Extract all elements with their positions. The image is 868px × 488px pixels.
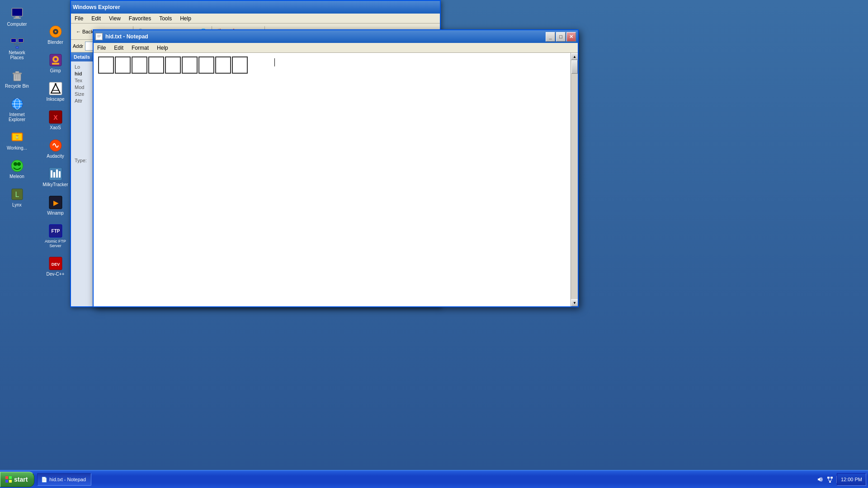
notepad-menu-help[interactable]: Help — [155, 44, 170, 52]
address-label: Addr — [73, 43, 83, 49]
desktop-icons-left: Computer NetworkPlaces — [0, 0, 34, 213]
icon-meleon[interactable]: Meleon — [1, 157, 33, 181]
tofu-char-5 — [165, 56, 181, 74]
svg-text:L: L — [15, 191, 19, 198]
close-button[interactable]: ✕ — [566, 32, 576, 42]
icon-xaos[interactable]: X XaoS — [40, 108, 71, 132]
icon-working[interactable]: ⏳ Working... — [1, 128, 33, 152]
icon-winamp[interactable]: ▶ Winamp — [40, 193, 71, 217]
tofu-char-1 — [98, 56, 114, 74]
svg-rect-14 — [13, 73, 22, 74]
icon-milkytracker[interactable]: MilkyTracker — [40, 165, 71, 189]
notepad-text-overlay — [98, 56, 248, 74]
icon-computer[interactable]: Computer — [1, 5, 33, 28]
tofu-char-3 — [132, 56, 147, 74]
notepad-titlebar-title: hid.txt - Notepad — [95, 33, 148, 40]
notepad-menu-edit[interactable]: Edit — [112, 44, 125, 52]
icon-atomic-ftp-label: Atomic FTPServer — [45, 239, 66, 248]
svg-text:⏳: ⏳ — [15, 135, 19, 139]
explorer-menu-tools[interactable]: Tools — [157, 15, 174, 22]
maximize-button[interactable]: □ — [556, 32, 566, 42]
location-label: Lo — [75, 64, 93, 70]
svg-text:▶: ▶ — [53, 199, 58, 206]
svg-rect-15 — [15, 71, 19, 73]
svg-rect-65 — [830, 477, 833, 479]
notepad-content: ▲ ▼ — [94, 53, 578, 306]
windows-logo-icon — [5, 476, 12, 483]
icon-atomic-ftp[interactable]: FTP Atomic FTPServer — [40, 222, 71, 250]
svg-rect-46 — [53, 172, 55, 178]
svg-rect-64 — [827, 477, 830, 479]
desktop-icons-col2: Blender Gimp Ink — [38, 0, 72, 282]
icon-gimp[interactable]: Gimp — [40, 51, 71, 75]
tofu-char-7 — [198, 56, 214, 74]
notepad-menu-file[interactable]: File — [95, 44, 108, 52]
notepad-scrollbar-vertical[interactable]: ▲ ▼ — [571, 53, 578, 306]
svg-point-29 — [17, 162, 21, 166]
scrollbar-up-arrow[interactable]: ▲ — [571, 53, 578, 60]
icon-audacity[interactable]: Audacity — [40, 136, 71, 160]
notepad-menu: File Edit Format Help — [94, 43, 578, 53]
notepad-titlebar[interactable]: hid.txt - Notepad _ □ ✕ — [94, 30, 578, 43]
svg-rect-47 — [56, 169, 58, 178]
explorer-titlebar[interactable]: Windows Explorer — [71, 1, 440, 14]
icon-gimp-label: Gimp — [50, 68, 61, 73]
explorer-menu-file[interactable]: File — [73, 15, 85, 22]
explorer-title: Windows Explorer — [73, 4, 120, 10]
explorer-menu-help[interactable]: Help — [178, 15, 193, 22]
explorer-menu: File Edit View Favorites Tools Help — [71, 14, 440, 23]
start-label: start — [14, 476, 28, 483]
svg-rect-5 — [11, 39, 16, 42]
tofu-char-8 — [215, 56, 231, 74]
svg-rect-12 — [16, 47, 19, 48]
svg-marker-63 — [818, 477, 821, 482]
svg-rect-45 — [51, 170, 52, 178]
tofu-char-9 — [232, 56, 248, 74]
svg-text:X: X — [53, 114, 58, 121]
icon-network-places-label: NetworkPlaces — [9, 50, 25, 60]
icon-recycle-bin[interactable]: Recycle Bin — [1, 66, 33, 90]
scrollbar-down-arrow[interactable]: ▼ — [571, 299, 578, 306]
start-button[interactable]: start — [0, 472, 34, 487]
icon-devcpp[interactable]: DEV Dev-C++ — [40, 254, 71, 278]
type-label: Type: — [75, 158, 93, 163]
icon-blender[interactable]: Blender — [40, 23, 71, 47]
clock-time: 12:00 PM — [841, 477, 862, 482]
svg-rect-2 — [15, 16, 19, 18]
icon-inkscape-label: Inkscape — [46, 97, 64, 102]
icon-audacity-label: Audacity — [47, 154, 64, 159]
systray-network-icon[interactable] — [826, 476, 834, 483]
svg-rect-62 — [9, 480, 12, 483]
svg-text:DEV: DEV — [51, 262, 60, 267]
icon-xaos-label: XaoS — [50, 125, 61, 130]
notepad-title-text: hid.txt - Notepad — [105, 33, 148, 40]
icon-lynx[interactable]: L Lynx — [1, 185, 33, 209]
explorer-menu-favorites[interactable]: Favorites — [127, 15, 153, 22]
explorer-menu-view[interactable]: View — [107, 15, 123, 22]
explorer-menu-edit[interactable]: Edit — [90, 15, 103, 22]
svg-rect-60 — [9, 476, 12, 479]
svg-text:FTP: FTP — [51, 229, 60, 234]
minimize-button[interactable]: _ — [546, 32, 555, 42]
icon-inkscape[interactable]: Inkscape — [40, 80, 71, 103]
notepad-task-label: hid.txt - Notepad — [49, 477, 86, 482]
taskbar-clock[interactable]: 12:00 PM — [837, 473, 866, 486]
notepad-menu-format[interactable]: Format — [130, 44, 151, 52]
scrollbar-track[interactable] — [571, 60, 578, 299]
svg-point-28 — [14, 162, 17, 166]
icon-working-label: Working... — [7, 145, 27, 150]
taskbar-task-notepad[interactable]: 📄 hid.txt - Notepad — [37, 473, 91, 486]
icon-network-places[interactable]: NetworkPlaces — [1, 33, 33, 62]
icon-internet-explorer[interactable]: InternetExplorer — [1, 95, 33, 124]
svg-rect-61 — [5, 480, 8, 483]
svg-rect-59 — [5, 476, 8, 479]
text-cursor — [274, 58, 275, 66]
scrollbar-thumb[interactable] — [571, 60, 578, 74]
svg-point-27 — [11, 160, 23, 172]
back-icon: ← — [76, 29, 81, 34]
systray-volume-icon[interactable] — [816, 476, 824, 483]
svg-rect-38 — [52, 63, 59, 65]
icon-internet-explorer-label: InternetExplorer — [9, 112, 25, 122]
size-label: Size — [75, 91, 93, 97]
icon-recycle-bin-label: Recycle Bin — [5, 84, 29, 89]
